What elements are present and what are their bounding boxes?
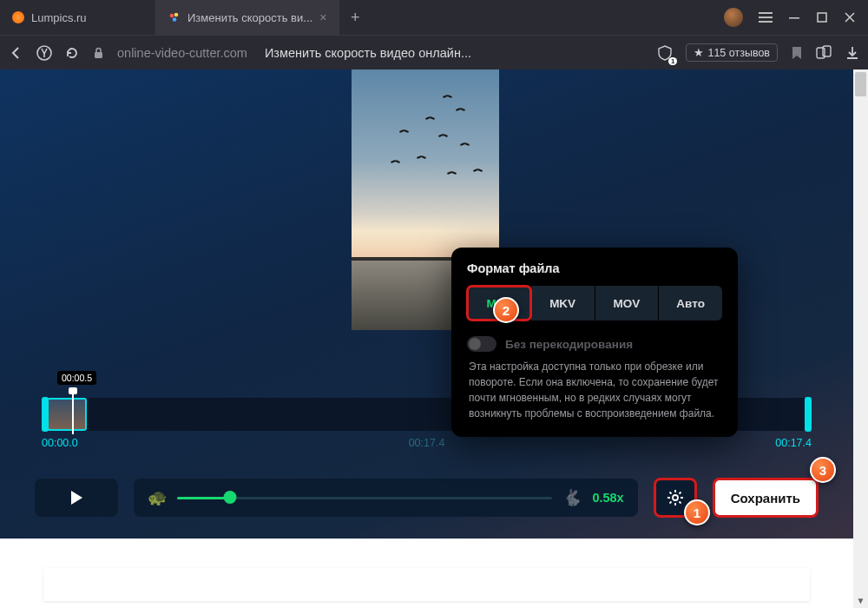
page-footer-strip bbox=[43, 568, 810, 601]
favicon-icon bbox=[12, 11, 24, 23]
browser-window: Lumpics.ru Изменить скорость ви... × + o… bbox=[0, 0, 868, 608]
format-mov[interactable]: MOV bbox=[595, 286, 660, 321]
save-label: Сохранить bbox=[731, 491, 800, 506]
svg-point-9 bbox=[673, 495, 678, 500]
maximize-icon[interactable] bbox=[816, 11, 828, 23]
favicon-icon bbox=[168, 11, 181, 23]
back-icon[interactable] bbox=[9, 45, 24, 61]
rabbit-icon: 🐇 bbox=[562, 488, 582, 507]
tab-lumpics[interactable]: Lumpics.ru bbox=[0, 0, 156, 35]
trim-handle-right[interactable] bbox=[805, 397, 812, 432]
tab-label: Изменить скорость ви... bbox=[187, 11, 312, 24]
bookmark-icon[interactable] bbox=[790, 45, 804, 61]
shield-icon[interactable]: 1 bbox=[656, 44, 674, 62]
format-popup: Формат файла MP4 MKV MOV Авто Без переко… bbox=[451, 248, 738, 437]
speed-value: 0.58x bbox=[592, 491, 623, 505]
playhead-time: 00:00.5 bbox=[57, 371, 96, 385]
download-icon[interactable] bbox=[845, 45, 859, 61]
tab-label: Lumpics.ru bbox=[31, 11, 87, 24]
scrollbar[interactable]: ▲ ▼ bbox=[853, 69, 868, 608]
page-title: Изменить скорость видео онлайн... bbox=[265, 46, 471, 60]
svg-rect-6 bbox=[95, 52, 102, 58]
lock-icon[interactable] bbox=[92, 46, 105, 59]
callout-badge-1: 1 bbox=[684, 499, 710, 525]
new-tab-button[interactable]: + bbox=[339, 0, 371, 35]
address-bar: online-video-cutter.com Изменить скорост… bbox=[0, 35, 868, 69]
extensions-icon[interactable] bbox=[816, 45, 833, 61]
url-domain[interactable]: online-video-cutter.com bbox=[117, 46, 247, 60]
transcode-label: Без перекодирования bbox=[505, 338, 633, 351]
play-button[interactable] bbox=[35, 479, 118, 517]
reload-icon[interactable] bbox=[64, 45, 80, 61]
transcode-toggle[interactable] bbox=[467, 336, 496, 352]
time-end: 00:17.4 bbox=[775, 437, 812, 449]
scroll-thumb[interactable] bbox=[855, 72, 866, 96]
shield-badge: 1 bbox=[668, 57, 677, 65]
format-auto[interactable]: Авто bbox=[659, 286, 722, 321]
speed-panel: 🐢 🐇 0.58x bbox=[134, 479, 638, 517]
svg-point-2 bbox=[173, 17, 177, 22]
close-icon[interactable]: × bbox=[319, 10, 326, 24]
svg-rect-3 bbox=[789, 17, 799, 19]
avatar[interactable] bbox=[724, 8, 743, 27]
turtle-icon: 🐢 bbox=[148, 488, 167, 507]
minimize-icon[interactable] bbox=[788, 11, 800, 23]
scroll-down-icon[interactable]: ▼ bbox=[853, 593, 868, 608]
svg-point-0 bbox=[170, 14, 174, 18]
viewport: ▲ ▼ 00:00.5 00:00.0 00:17. bbox=[0, 69, 868, 608]
reviews-badge[interactable]: ★ 115 отзывов bbox=[686, 43, 778, 62]
callout-badge-3: 3 bbox=[810, 457, 836, 483]
time-mid: 00:17.4 bbox=[409, 437, 445, 449]
speed-slider[interactable] bbox=[177, 495, 552, 500]
tab-video-cutter[interactable]: Изменить скорость ви... × bbox=[156, 0, 339, 35]
menu-icon[interactable] bbox=[759, 12, 773, 23]
svg-point-1 bbox=[174, 13, 179, 17]
save-button[interactable]: Сохранить bbox=[713, 478, 819, 518]
app-canvas: 00:00.5 00:00.0 00:17.4 00:17.4 🐢 bbox=[0, 69, 853, 539]
popup-title: Формат файла bbox=[467, 261, 722, 275]
close-window-icon[interactable] bbox=[844, 11, 856, 23]
yandex-icon[interactable] bbox=[36, 45, 52, 61]
titlebar-right bbox=[712, 0, 868, 35]
reviews-text: 115 отзывов bbox=[707, 47, 770, 59]
playhead[interactable] bbox=[72, 389, 74, 434]
transcode-description: Эта настройка доступна только при обрезк… bbox=[467, 359, 722, 421]
trim-handle-left[interactable] bbox=[42, 397, 49, 432]
time-start: 00:00.0 bbox=[42, 437, 78, 449]
titlebar: Lumpics.ru Изменить скорость ви... × + bbox=[0, 0, 868, 35]
timeline-clip[interactable] bbox=[47, 398, 87, 431]
format-mkv[interactable]: MKV bbox=[531, 286, 595, 321]
callout-badge-2: 2 bbox=[493, 297, 519, 323]
svg-rect-4 bbox=[818, 13, 826, 22]
